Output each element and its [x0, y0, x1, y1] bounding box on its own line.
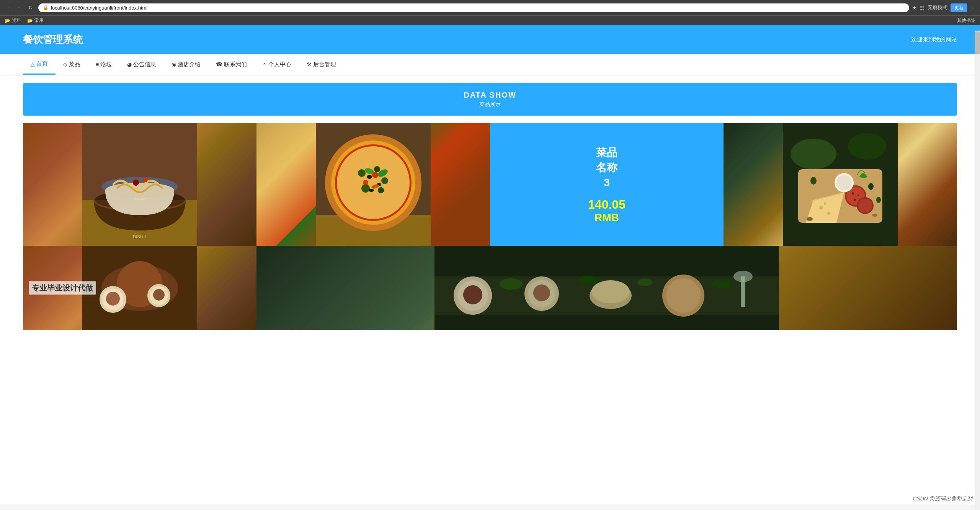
svg-text:DISH 1: DISH 1: [133, 234, 146, 239]
food-image-noodles: DISH 1: [23, 123, 256, 246]
svg-point-35: [848, 133, 886, 160]
food-image-pizza: [256, 123, 490, 246]
bookmark-item-1[interactable]: 📂 资料: [5, 17, 21, 24]
food-grid-row1: DISH 1: [23, 123, 957, 246]
bookmark-label-1: 资料: [12, 17, 21, 24]
nav-item-admin[interactable]: ⚒ 后台管理: [299, 55, 344, 74]
scrollbar-thumb[interactable]: [975, 31, 980, 54]
svg-point-45: [852, 192, 854, 195]
food-price-block: 140.05 RMB: [588, 198, 626, 224]
food-name: 菜品 名称 3: [596, 145, 617, 190]
food-image-charcuterie: [724, 123, 957, 246]
svg-point-41: [827, 212, 830, 215]
data-show-banner: DATA SHOW 菜品展示: [23, 83, 957, 116]
svg-point-20: [358, 169, 366, 177]
bookmark-star[interactable]: ★: [912, 5, 917, 11]
svg-point-56: [872, 214, 877, 217]
food-card-4[interactable]: [724, 123, 957, 246]
bookmark-icon-1: 📂: [5, 18, 10, 23]
nav-label-contact: 联系我们: [224, 61, 247, 68]
svg-rect-84: [434, 246, 779, 330]
browser-chrome: ← → ↻ 🔓 localhost:8080/canyinguanli/fron…: [0, 0, 980, 25]
svg-point-51: [836, 175, 852, 190]
nav-label-forum: 论坛: [100, 61, 112, 68]
svg-point-10: [105, 183, 174, 198]
browser-actions: ★ ☷ 无痕模式 更新 ⋮: [912, 3, 975, 12]
url-text: localhost:8080/canyinguanli/front/index.…: [51, 5, 147, 11]
nav-buttons: ← → ↻: [5, 3, 35, 12]
data-show-title: DATA SHOW: [31, 91, 949, 100]
food-card-1[interactable]: DISH 1: [23, 123, 256, 246]
food-price: 140.05: [588, 198, 626, 212]
svg-point-52: [810, 177, 817, 185]
svg-point-49: [858, 199, 872, 212]
svg-point-12: [143, 178, 148, 182]
site-title: 餐饮管理系统: [23, 33, 83, 46]
food-info-panel: 菜品 名称 3 140.05 RMB: [490, 123, 724, 246]
notice-icon: ◕: [127, 61, 132, 67]
bookmarks-right[interactable]: 其他书签: [957, 17, 975, 24]
svg-point-54: [876, 197, 881, 203]
nav-label-home: 首页: [36, 60, 48, 67]
scrollbar[interactable]: [975, 31, 980, 510]
data-show-subtitle: 菜品展示: [31, 101, 949, 108]
update-button[interactable]: 更新: [951, 3, 967, 12]
forward-button[interactable]: →: [15, 3, 24, 12]
food-card-2[interactable]: [256, 123, 490, 246]
food-currency: RMB: [588, 212, 626, 224]
nav-label-profile: 个人中心: [268, 61, 291, 68]
svg-point-47: [854, 199, 856, 201]
food-card-bottom-1[interactable]: 专业毕业设计代做: [23, 246, 256, 330]
nav-item-home[interactable]: △ 首页: [23, 54, 56, 75]
food-card-info[interactable]: 菜品 名称 3 140.05 RMB: [490, 123, 724, 246]
svg-point-19: [337, 146, 410, 219]
svg-point-25: [367, 175, 372, 179]
svg-point-21: [374, 166, 380, 172]
grid-icon[interactable]: ☷: [920, 5, 924, 11]
contact-icon: ☎: [216, 61, 222, 67]
user-label: 无痕模式: [928, 4, 947, 11]
nav-label-dishes: 菜品: [69, 61, 80, 68]
hotel-icon: ◉: [172, 61, 176, 67]
nav-item-hotel[interactable]: ◉ 酒店介绍: [164, 55, 208, 74]
site-header: 餐饮管理系统 欢迎来到我的网站: [0, 25, 980, 54]
site-welcome: 欢迎来到我的网站: [911, 36, 957, 43]
nav-item-dishes[interactable]: ◇ 菜品: [56, 55, 88, 74]
menu-dots[interactable]: ⋮: [970, 5, 975, 11]
nav-item-forum[interactable]: ≡ 论坛: [88, 55, 119, 74]
site-nav: △ 首页 ◇ 菜品 ≡ 论坛 ◕ 公告信息 ◉ 酒店介绍 ☎ 联系我们 ⚬ 个人…: [0, 54, 980, 75]
nav-label-admin: 后台管理: [313, 61, 336, 68]
address-bar[interactable]: 🔓 localhost:8080/canyinguanli/front/inde…: [38, 3, 909, 12]
svg-point-27: [369, 189, 374, 192]
svg-point-65: [153, 289, 165, 301]
food-card-bottom-2[interactable]: [256, 246, 957, 330]
nav-label-hotel: 酒店介绍: [178, 61, 201, 68]
home-icon: △: [31, 61, 35, 67]
svg-point-55: [807, 217, 813, 221]
bookmark-item-2[interactable]: 📂 常用: [27, 17, 44, 24]
bookmarks-bar: 📂 资料 📂 常用 其他书签: [0, 15, 980, 25]
back-button[interactable]: ←: [5, 3, 14, 12]
food-name-line3: 3: [604, 177, 610, 188]
refresh-button[interactable]: ↻: [26, 3, 35, 12]
nav-item-profile[interactable]: ⚬ 个人中心: [255, 55, 299, 74]
svg-point-11: [133, 180, 139, 186]
forum-icon: ≡: [96, 61, 99, 67]
admin-icon: ⚒: [307, 61, 312, 67]
svg-point-29: [363, 180, 368, 185]
nav-item-contact[interactable]: ☎ 联系我们: [208, 55, 255, 74]
bookmarks-right-label: 其他书签: [957, 18, 975, 23]
food-image-bottom1: 专业毕业设计代做: [23, 246, 256, 330]
svg-point-22: [381, 177, 388, 184]
website-content: 餐饮管理系统 欢迎来到我的网站 △ 首页 ◇ 菜品 ≡ 论坛 ◕ 公告信息 ◉ …: [0, 25, 980, 505]
svg-point-64: [106, 292, 120, 306]
food-image-bottom2: [256, 246, 957, 330]
browser-toolbar: ← → ↻ 🔓 localhost:8080/canyinguanli/fron…: [0, 0, 980, 15]
food-name-line1: 菜品: [596, 147, 617, 159]
svg-point-40: [819, 206, 823, 209]
nav-item-notice[interactable]: ◕ 公告信息: [119, 55, 164, 74]
svg-point-34: [791, 139, 836, 169]
food-grid-row2: 专业毕业设计代做: [23, 246, 957, 330]
profile-icon: ⚬: [262, 61, 267, 67]
svg-point-23: [361, 184, 370, 193]
